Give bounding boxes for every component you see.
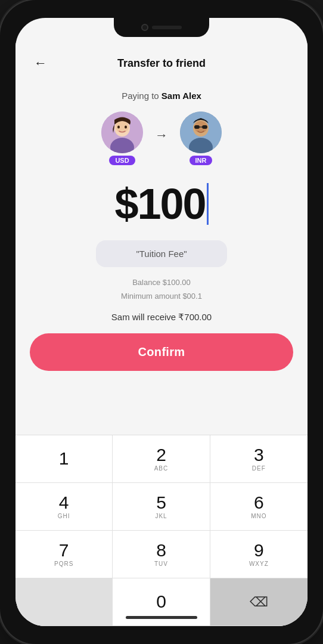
svg-rect-11 bbox=[202, 125, 207, 129]
key-5[interactable]: 5 JKL bbox=[113, 483, 210, 531]
receiver-currency: INR bbox=[190, 156, 213, 165]
camera bbox=[141, 24, 148, 31]
delete-icon: ⌫ bbox=[250, 595, 268, 610]
key-2[interactable]: 2 ABC bbox=[113, 435, 210, 483]
notch bbox=[114, 18, 209, 37]
transfer-arrow: → bbox=[155, 128, 168, 143]
amount-display: $100 bbox=[114, 179, 208, 228]
key-4[interactable]: 4 GHI bbox=[15, 483, 113, 531]
home-indicator bbox=[126, 616, 197, 619]
balance-text: Balance $100.00 bbox=[121, 275, 202, 289]
sender-avatar-wrapper: USD bbox=[101, 112, 143, 165]
paying-to-label: Paying to Sam Alex bbox=[122, 91, 201, 101]
phone-screen: ← Transfer to friend Paying to Sam Alex bbox=[15, 18, 308, 626]
svg-rect-10 bbox=[194, 125, 200, 129]
key-3[interactable]: 3 DEF bbox=[210, 435, 308, 483]
key-9[interactable]: 9 WXYZ bbox=[210, 531, 308, 578]
sender-avatar bbox=[101, 112, 143, 153]
avatars-row: USD → bbox=[101, 112, 222, 165]
main-content: Paying to Sam Alex bbox=[15, 81, 308, 435]
note-field[interactable]: "Tuition Fee" bbox=[96, 240, 227, 267]
back-button[interactable]: ← bbox=[30, 52, 51, 74]
recipient-name: Sam Alex bbox=[162, 91, 201, 101]
minimum-text: Minimum amount $00.1 bbox=[121, 289, 202, 303]
receiver-avatar-wrapper: INR bbox=[180, 112, 222, 165]
balance-info: Balance $100.00 Minimum amount $00.1 bbox=[121, 275, 202, 304]
screen-content: ← Transfer to friend Paying to Sam Alex bbox=[15, 18, 308, 626]
key-1[interactable]: 1 bbox=[15, 435, 113, 483]
confirm-button[interactable]: Confirm bbox=[30, 333, 293, 371]
key-8[interactable]: 8 TUV bbox=[113, 531, 210, 578]
keypad: 1 2 ABC 3 DEF 4 GHI 5 JKL bbox=[15, 435, 308, 626]
key-0[interactable]: 0 bbox=[113, 578, 210, 626]
header: ← Transfer to friend bbox=[15, 43, 308, 81]
speaker bbox=[152, 26, 182, 29]
svg-point-5 bbox=[125, 126, 127, 129]
receiver-avatar bbox=[180, 112, 222, 153]
svg-point-4 bbox=[117, 126, 120, 129]
key-delete[interactable]: ⌫ bbox=[210, 578, 308, 626]
key-empty bbox=[15, 578, 113, 626]
amount-value: $100 bbox=[114, 179, 205, 228]
page-title: Transfer to friend bbox=[117, 57, 206, 70]
receive-amount: Sam will receive ₹700.00 bbox=[111, 312, 212, 323]
sender-currency: USD bbox=[109, 156, 135, 165]
phone-frame: ← Transfer to friend Paying to Sam Alex bbox=[0, 0, 323, 644]
key-7[interactable]: 7 PQRS bbox=[15, 531, 113, 578]
cursor-line bbox=[207, 183, 209, 225]
key-6[interactable]: 6 MNO bbox=[210, 483, 308, 531]
